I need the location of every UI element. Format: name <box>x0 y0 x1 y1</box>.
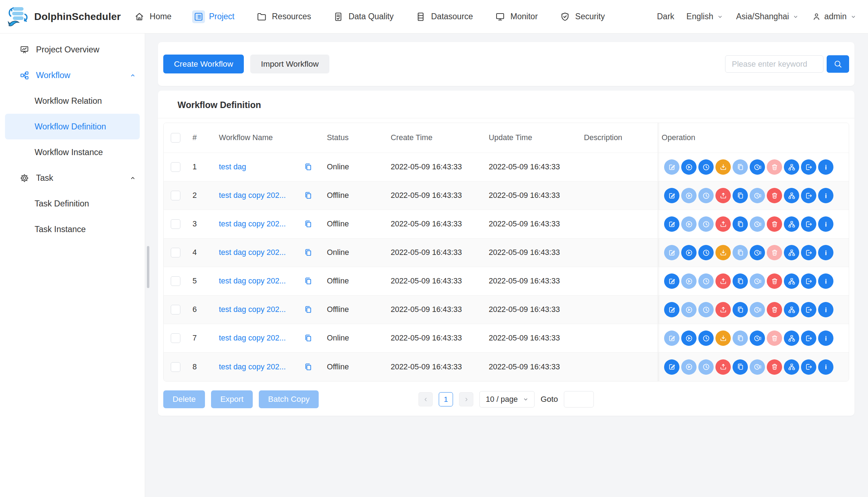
cron-button[interactable] <box>750 359 765 375</box>
edit-button[interactable] <box>664 188 679 203</box>
download-button[interactable] <box>715 331 731 346</box>
export-button[interactable] <box>801 331 816 346</box>
delete-button[interactable] <box>767 359 782 375</box>
edit-button[interactable] <box>664 216 679 232</box>
row-checkbox[interactable] <box>171 248 180 257</box>
timing-button[interactable] <box>698 273 714 289</box>
copy-name-button[interactable] <box>303 362 313 372</box>
next-page-button[interactable] <box>459 392 473 406</box>
timing-button[interactable] <box>698 159 714 175</box>
info-button[interactable] <box>818 359 833 375</box>
upload-button[interactable] <box>715 359 731 375</box>
delete-button[interactable] <box>767 188 782 203</box>
row-checkbox[interactable] <box>171 305 180 314</box>
info-button[interactable] <box>818 245 833 260</box>
cron-button[interactable] <box>750 216 765 232</box>
sidebar-item-workflow-relation[interactable]: Workflow Relation <box>0 88 145 114</box>
start-button[interactable] <box>681 216 697 232</box>
edit-button[interactable] <box>664 159 679 175</box>
workflow-name-link[interactable]: test dag copy 202... <box>219 277 286 286</box>
export-button[interactable] <box>801 359 816 375</box>
tree-button[interactable] <box>784 159 799 175</box>
workflow-name-link[interactable]: test dag copy 202... <box>219 248 286 257</box>
prev-page-button[interactable] <box>418 392 433 406</box>
tree-button[interactable] <box>784 302 799 317</box>
workflow-name-link[interactable]: test dag <box>219 163 246 171</box>
copy-name-button[interactable] <box>303 276 313 286</box>
delete-button[interactable] <box>767 331 782 346</box>
delete-button[interactable] <box>767 216 782 232</box>
cron-button[interactable] <box>750 331 765 346</box>
delete-button[interactable] <box>767 245 782 260</box>
nav-item-data-quality[interactable]: Data Quality <box>332 10 394 23</box>
select-all-checkbox[interactable] <box>171 133 180 143</box>
copy-name-button[interactable] <box>303 219 313 229</box>
edit-button[interactable] <box>664 331 679 346</box>
edit-button[interactable] <box>664 245 679 260</box>
info-button[interactable] <box>818 331 833 346</box>
download-button[interactable] <box>715 159 731 175</box>
page-1-button[interactable]: 1 <box>439 392 453 406</box>
upload-button[interactable] <box>715 216 731 232</box>
copy-button[interactable] <box>733 245 748 260</box>
copy-button[interactable] <box>733 331 748 346</box>
info-button[interactable] <box>818 302 833 317</box>
app-logo[interactable]: DolphinScheduler <box>7 6 121 28</box>
copy-name-button[interactable] <box>303 248 313 257</box>
sidebar-item-workflow[interactable]: Workflow <box>0 62 145 88</box>
timing-button[interactable] <box>698 216 714 232</box>
sidebar-item-task-instance[interactable]: Task Instance <box>0 216 145 242</box>
edit-button[interactable] <box>664 359 679 375</box>
export-button[interactable] <box>801 273 816 289</box>
copy-name-button[interactable] <box>303 333 313 343</box>
cron-button[interactable] <box>750 245 765 260</box>
export-button[interactable] <box>801 216 816 232</box>
workflow-name-link[interactable]: test dag copy 202... <box>219 363 286 372</box>
copy-name-button[interactable] <box>303 162 313 172</box>
timing-button[interactable] <box>698 302 714 317</box>
start-button[interactable] <box>681 331 697 346</box>
nav-item-monitor[interactable]: Monitor <box>494 10 538 23</box>
nav-item-home[interactable]: Home <box>133 10 171 23</box>
row-checkbox[interactable] <box>171 162 180 172</box>
workflow-name-link[interactable]: test dag copy 202... <box>219 191 286 200</box>
row-checkbox[interactable] <box>171 333 180 343</box>
batch-delete-button[interactable]: Delete <box>163 390 205 408</box>
nav-item-security[interactable]: Security <box>559 10 605 23</box>
export-button[interactable] <box>801 245 816 260</box>
timing-button[interactable] <box>698 331 714 346</box>
upload-button[interactable] <box>715 302 731 317</box>
start-button[interactable] <box>681 159 697 175</box>
sidebar-item-task-definition[interactable]: Task Definition <box>0 191 145 216</box>
nav-item-resources[interactable]: Resources <box>255 10 311 23</box>
search-input[interactable] <box>725 55 823 73</box>
nav-item-datasource[interactable]: Datasource <box>414 10 473 23</box>
delete-button[interactable] <box>767 302 782 317</box>
cron-button[interactable] <box>750 188 765 203</box>
export-button[interactable] <box>801 159 816 175</box>
tree-button[interactable] <box>784 331 799 346</box>
cron-button[interactable] <box>750 159 765 175</box>
start-button[interactable] <box>681 273 697 289</box>
row-checkbox[interactable] <box>171 219 180 229</box>
timezone-select[interactable]: Asia/Shanghai <box>736 12 800 21</box>
info-button[interactable] <box>818 188 833 203</box>
tree-button[interactable] <box>784 245 799 260</box>
tree-button[interactable] <box>784 188 799 203</box>
copy-name-button[interactable] <box>303 191 313 200</box>
start-button[interactable] <box>681 302 697 317</box>
upload-button[interactable] <box>715 273 731 289</box>
info-button[interactable] <box>818 273 833 289</box>
export-button[interactable] <box>801 302 816 317</box>
workflow-name-link[interactable]: test dag copy 202... <box>219 220 286 229</box>
search-button[interactable] <box>827 55 849 73</box>
sidebar-item-workflow-instance[interactable]: Workflow Instance <box>0 139 145 165</box>
page-size-select[interactable]: 10 / page <box>479 391 535 408</box>
edit-button[interactable] <box>664 302 679 317</box>
row-checkbox[interactable] <box>171 276 180 286</box>
sidebar-scrollbar[interactable] <box>147 246 149 288</box>
nav-item-project[interactable]: Project <box>192 10 235 23</box>
start-button[interactable] <box>681 188 697 203</box>
sidebar-item-project-overview[interactable]: Project Overview <box>0 37 145 62</box>
goto-page-input[interactable] <box>564 391 594 408</box>
